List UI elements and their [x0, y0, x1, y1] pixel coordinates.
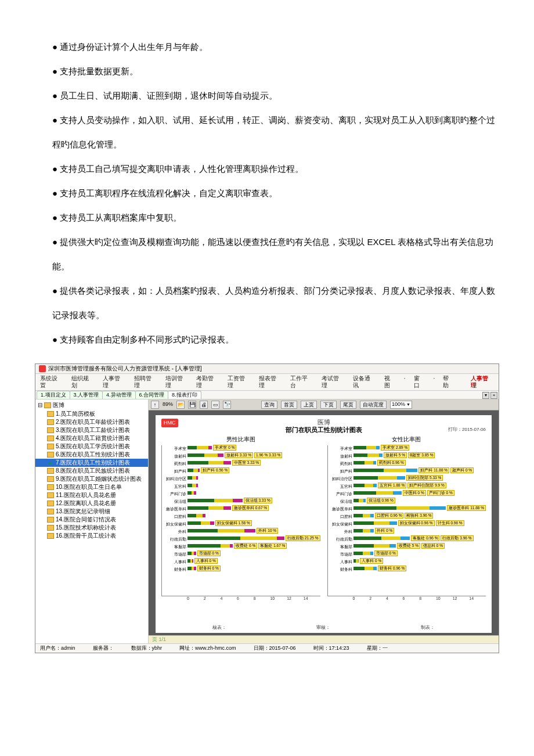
- menu-item[interactable]: 人事管理: [103, 375, 126, 389]
- bar-value-label: 妇产科 11.88 %: [418, 467, 449, 473]
- bar-segment: [192, 559, 193, 563]
- tree-item[interactable]: 3.医院在职员工工龄统计图表: [35, 426, 148, 434]
- chart-category-label: 财务科: [162, 567, 187, 572]
- tree-item-label: 13.医院奖惩记录明细: [56, 508, 110, 515]
- next-page-button[interactable]: 下页: [320, 401, 337, 409]
- menu-item[interactable]: 考勤管理: [196, 375, 219, 389]
- tree-item[interactable]: 8.医院在职员工民族统计图表: [35, 467, 148, 475]
- chart-category-label: 药剂科: [162, 462, 187, 466]
- bar-segment: [223, 506, 231, 510]
- bar-segment: [193, 469, 198, 472]
- tree-root-label: 医博: [53, 402, 64, 409]
- bar-segment: [353, 453, 367, 457]
- axis-tick: 2: [369, 596, 386, 601]
- menu-item[interactable]: 招聘管理: [134, 375, 157, 389]
- tab-item[interactable]: 8.报表打印: [168, 391, 201, 399]
- chart-category-label: 人事科: [162, 560, 187, 564]
- print-icon[interactable]: 🖨: [200, 401, 208, 409]
- menu-item[interactable]: 设备通讯: [353, 375, 376, 389]
- tree-root[interactable]: ⊟ 医博: [35, 401, 148, 410]
- chart-category-label: 人事科: [328, 560, 353, 564]
- folder-icon: [47, 419, 54, 425]
- bar-segment: [187, 521, 201, 525]
- page-icon[interactable]: ▭: [211, 401, 219, 409]
- menu-item[interactable]: 工作平台: [290, 375, 313, 389]
- bar-segment: [210, 521, 214, 525]
- up-arrow-icon[interactable]: ↑: [151, 401, 159, 409]
- chart-caption: 女性比率图: [327, 436, 486, 443]
- chart-row: 人事科人事科 0 %: [328, 559, 486, 566]
- menu-item[interactable]: 组织规划: [71, 375, 95, 389]
- bar-segment: [196, 484, 198, 487]
- minus-icon[interactable]: ⊟: [38, 402, 42, 409]
- menu-item[interactable]: 考试管理: [322, 375, 345, 389]
- bar-segment: [363, 499, 365, 502]
- tree-item[interactable]: 11.医院在职人员花名册: [35, 491, 148, 499]
- chart-category-label: 产科门诊: [162, 492, 187, 496]
- tree-item[interactable]: 9.医院在职员工婚姻状态统计图表: [35, 475, 148, 483]
- tree-item[interactable]: ✓7.医院在职员工性别统计图表: [35, 459, 148, 467]
- bar-segment: [389, 521, 397, 525]
- menu-item[interactable]: 窗口: [414, 375, 425, 389]
- bar-segment: [353, 491, 376, 495]
- bar-segment: [353, 499, 359, 502]
- chart-category-label: 妇科治疗区: [162, 477, 187, 481]
- autowidth-button[interactable]: 自动宽度: [360, 401, 387, 409]
- tab-item[interactable]: 1.项目定义: [37, 391, 70, 399]
- tree-item[interactable]: 16.医院骨干员工统计表: [35, 532, 148, 540]
- menu-item[interactable]: 系统设置: [40, 375, 63, 389]
- report-tree: ⊟ 医博 1.员工简历模板2.医院在职员工年龄统计图表3.医院在职员工工龄统计图…: [35, 399, 149, 643]
- bar-segment: [384, 469, 406, 472]
- bar-value-label: 急诊医单科 0.67 %: [232, 505, 269, 511]
- close-icon[interactable]: ×: [490, 392, 497, 399]
- menu-item[interactable]: 帮助: [443, 375, 454, 389]
- print-date: 打印：2015-07-06: [448, 427, 486, 433]
- axis-tick: 2: [204, 596, 221, 601]
- menu-item[interactable]: 培训管理: [165, 375, 189, 389]
- module-link[interactable]: 人事管理: [471, 375, 494, 389]
- last-page-button[interactable]: 尾页: [340, 401, 356, 409]
- tab-item[interactable]: 6.合同管理: [135, 391, 169, 399]
- menubar: 系统设置 组织规划 人事管理 招聘管理 培训管理 考勤管理 工资管理 报表管理 …: [35, 374, 499, 391]
- chart-category-label: 妇产科: [328, 469, 353, 474]
- open-icon[interactable]: 📂: [176, 401, 185, 409]
- tree-item[interactable]: 4.医院在职员工籍贯统计图表: [35, 434, 148, 442]
- tree-item[interactable]: 6.医院在职员工性别统计图表: [35, 451, 148, 459]
- dropdown-icon[interactable]: ▾: [482, 392, 489, 399]
- chart-category-label: 市场部: [162, 552, 187, 557]
- chevron-down-icon: ▼: [406, 402, 410, 407]
- tree-item[interactable]: 14.医院合同签订情况表: [35, 516, 148, 524]
- tree-item[interactable]: 5.医院在职员工学历统计图表: [35, 442, 148, 451]
- bar-segment: [353, 544, 374, 548]
- tree-item[interactable]: 1.员工简历模板: [35, 410, 148, 418]
- bullet-item: 支持顾客自由定制多种不同形式旳记录报表。: [35, 327, 499, 352]
- axis-tick: 0: [353, 596, 370, 601]
- tree-item[interactable]: 10.医院在职员工生日名单: [35, 483, 148, 491]
- menu-item[interactable]: 视图: [384, 375, 396, 389]
- save-icon[interactable]: 💾: [188, 401, 196, 409]
- first-page-button[interactable]: 首页: [281, 401, 297, 409]
- tab-item[interactable]: 3.人事管理: [70, 391, 103, 399]
- bar-segment: [430, 506, 446, 510]
- tree-item[interactable]: 15.医院技术职称统计表: [35, 524, 148, 532]
- zoom-in-label: 89%: [163, 401, 173, 408]
- tree-item[interactable]: 2.医院在职员工年龄统计图表: [35, 418, 148, 426]
- zoom-select[interactable]: 100% ▼: [390, 401, 412, 409]
- prev-page-button[interactable]: 上页: [301, 401, 317, 409]
- binoculars-icon[interactable]: 🔭: [223, 401, 231, 409]
- menu-item[interactable]: 工资管理: [228, 375, 251, 389]
- bar-segment: [374, 544, 389, 548]
- chart-category-label: 保洁组: [328, 499, 353, 504]
- axis-tick: 6: [237, 596, 254, 601]
- chart-row: 妇科治疗区妇科住院部 5.33 %: [328, 476, 486, 483]
- tab-item[interactable]: 4.异动管理: [102, 391, 136, 399]
- tree-item[interactable]: 13.医院奖惩记录明细: [35, 507, 148, 516]
- chart-row: 五官科: [162, 483, 320, 491]
- bar-value-label: 急诊医单科 11.88 %: [447, 505, 486, 511]
- tree-item[interactable]: 12.医院离职人员花名册: [35, 499, 148, 507]
- menu-item[interactable]: 报表管理: [259, 375, 282, 389]
- bar-value-label: 检验科 3.96 %: [405, 513, 433, 519]
- search-button[interactable]: 查询: [261, 401, 277, 409]
- folder-icon: [47, 476, 54, 482]
- bar-segment: [389, 544, 396, 548]
